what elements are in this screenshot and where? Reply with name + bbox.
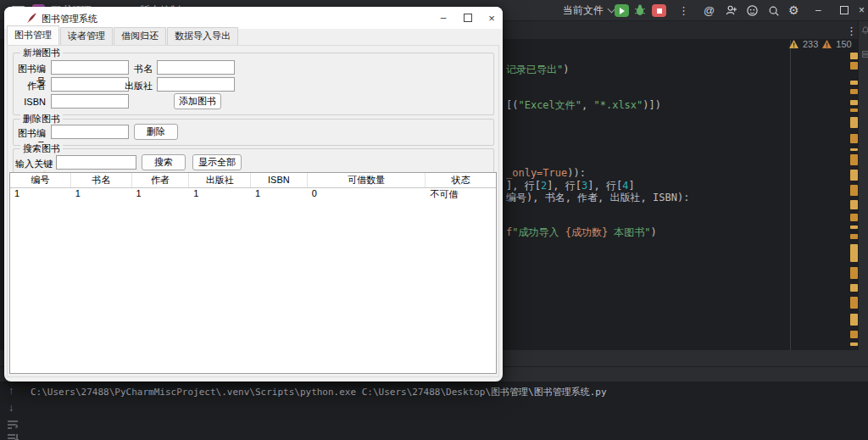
- code-line: [("Excel文件", "*.xlsx")]): [506, 99, 661, 112]
- warning-stripe-mark[interactable]: [850, 89, 858, 94]
- add-user-icon: [725, 4, 737, 17]
- keyword-input[interactable]: [56, 155, 136, 170]
- warning-stripe-mark[interactable]: [850, 214, 858, 221]
- warning-icon: [789, 40, 798, 48]
- author-label: 作者: [15, 80, 46, 92]
- books-table[interactable]: 编号书名作者出版社ISBN可借数量状态 111110不可借: [9, 172, 497, 374]
- delete-button[interactable]: 删除: [134, 124, 178, 140]
- scroll-down-button[interactable]: ↓: [8, 403, 14, 413]
- column-header-1[interactable]: 书名: [71, 173, 132, 187]
- notifications-icon[interactable]: [861, 26, 868, 35]
- publisher-label: 出版社: [122, 80, 153, 92]
- right-margin-guide: [790, 40, 791, 350]
- code-line: ], 行[2], 行[3], 行[4]: [506, 180, 635, 192]
- warning-stripe-mark[interactable]: [850, 297, 858, 309]
- isbn-label: ISBN: [15, 97, 46, 107]
- more-actions-button[interactable]: ⋮: [678, 0, 689, 20]
- app-minimize-button[interactable]: –: [431, 7, 456, 29]
- ai-assistant-icon: [746, 4, 759, 17]
- warning-stripe-mark[interactable]: [850, 170, 858, 181]
- run-console[interactable]: ↑ ↓ C:\Users\27488\PyCharmMiscProject\.v…: [0, 382, 868, 440]
- tab-3[interactable]: 数据导入导出: [167, 27, 238, 45]
- warning-stripe-mark[interactable]: [850, 284, 858, 292]
- code-line: 记录已导出"): [506, 64, 569, 76]
- ai-assistant-button[interactable]: [746, 4, 759, 17]
- app-maximize-button[interactable]: [455, 7, 481, 29]
- scroll-up-button[interactable]: ↑: [8, 386, 14, 396]
- tab-0[interactable]: 图书管理: [7, 25, 59, 45]
- warning-stripe-mark[interactable]: [850, 117, 858, 128]
- search-button[interactable]: 搜索: [142, 154, 186, 170]
- warning-stripe-mark[interactable]: [850, 244, 858, 262]
- warning-stripe-mark[interactable]: [850, 62, 858, 70]
- tab-1[interactable]: 读者管理: [60, 27, 113, 45]
- warning-stripe-mark[interactable]: [850, 234, 858, 239]
- column-header-4[interactable]: ISBN: [251, 173, 308, 187]
- show-all-button[interactable]: 显示全部: [192, 154, 242, 170]
- close-icon: ×: [488, 12, 495, 25]
- app-titlebar[interactable]: 图书管理系统 – ×: [4, 7, 503, 29]
- app-window: 图书管理系统 – × 图书管理读者管理借阅归还数据导入导出 新增图书 图书编号 …: [4, 7, 503, 382]
- publisher-input[interactable]: [157, 77, 235, 92]
- layers-icon[interactable]: [861, 50, 868, 58]
- warning-stripe-mark[interactable]: [850, 331, 858, 338]
- stop-button[interactable]: [652, 4, 666, 17]
- screen: PP 图书管理.py 版本控制 当前文件: [0, 0, 868, 440]
- column-header-6[interactable]: 状态: [426, 173, 496, 187]
- table-body: 111110不可借: [10, 188, 496, 201]
- tab-2[interactable]: 借阅归还: [114, 27, 166, 45]
- add-book-frame: 新增图书 图书编号 书名 作者 出版社 ISBN 添加图书: [13, 53, 494, 115]
- code-line: 编号), 书名, 作者, 出版社, ISBN):: [506, 192, 689, 204]
- isbn-input[interactable]: [51, 94, 129, 109]
- console-output: C:\Users\27488\PyCharmMiscProject\.venv\…: [31, 386, 607, 398]
- add-book-button[interactable]: 添加图书: [174, 93, 221, 109]
- warning-stripe-mark[interactable]: [850, 314, 858, 326]
- maximize-icon: [840, 6, 849, 14]
- debug-button[interactable]: [633, 3, 647, 17]
- warning-stripe-mark[interactable]: [850, 154, 858, 165]
- window-close-button[interactable]: ×: [859, 0, 865, 20]
- book-name-input[interactable]: [157, 60, 235, 75]
- window-maximize-button[interactable]: [840, 0, 849, 20]
- column-header-0[interactable]: 编号: [10, 173, 71, 187]
- warning-stripe-mark[interactable]: [850, 53, 858, 59]
- app-close-button[interactable]: ×: [479, 7, 503, 29]
- table-cell: 1: [189, 188, 251, 201]
- column-header-5[interactable]: 可借数量: [308, 173, 426, 187]
- soft-wrap-icon[interactable]: [7, 420, 19, 430]
- warning-stripe-mark[interactable]: [850, 185, 858, 196]
- warnings-count: 233: [803, 39, 818, 49]
- code-with-me-button[interactable]: [725, 4, 737, 17]
- table-cell: 不可借: [426, 188, 496, 201]
- warning-stripe-mark[interactable]: [850, 81, 858, 85]
- down-arrow-icon: ↓: [8, 402, 14, 414]
- window-minimize-button[interactable]: –: [815, 0, 821, 20]
- book-id-input[interactable]: [51, 60, 129, 75]
- run-config-selector[interactable]: 当前文件: [563, 0, 615, 20]
- author-input[interactable]: [51, 77, 129, 92]
- app-window-title: 图书管理系统: [42, 13, 97, 25]
- close-icon: ×: [859, 4, 865, 16]
- delete-book-id-input[interactable]: [51, 125, 129, 139]
- warning-stripe-mark[interactable]: [850, 100, 858, 105]
- run-config-label: 当前文件: [563, 3, 604, 18]
- warning-stripe-mark[interactable]: [850, 109, 858, 112]
- warning-stripe-mark[interactable]: [850, 267, 858, 279]
- table-row[interactable]: 111110不可借: [10, 188, 496, 201]
- run-button[interactable]: [615, 4, 629, 17]
- table-cell: 1: [132, 188, 190, 201]
- mentions-button[interactable]: @: [704, 0, 715, 20]
- minimize-icon: –: [815, 4, 821, 16]
- column-header-3[interactable]: 出版社: [189, 173, 251, 187]
- search-everywhere-button[interactable]: [768, 4, 780, 17]
- warning-stripe-mark[interactable]: [850, 343, 858, 346]
- warning-stripe-mark[interactable]: [850, 148, 858, 151]
- warning-stripe-mark[interactable]: [850, 134, 858, 143]
- scroll-to-end-icon[interactable]: [7, 433, 19, 440]
- minimize-icon: –: [441, 12, 447, 24]
- delete-book-frame: 删除图书 图书编号 删除: [13, 119, 494, 146]
- warning-stripe-mark[interactable]: [850, 226, 858, 229]
- warning-stripe-mark[interactable]: [850, 200, 858, 209]
- column-header-2[interactable]: 作者: [132, 173, 190, 187]
- notebook-tabs: 图书管理读者管理借阅归还数据导入导出: [7, 29, 239, 45]
